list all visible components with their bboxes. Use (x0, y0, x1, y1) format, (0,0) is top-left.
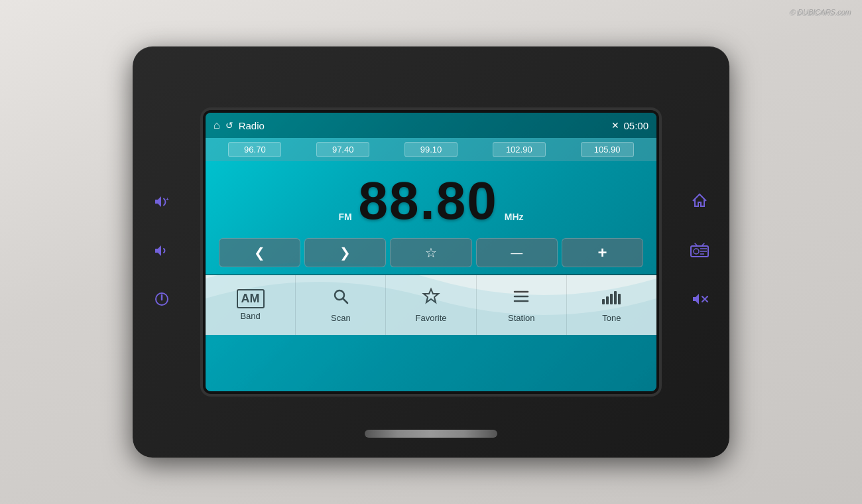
controls-row: ❮ ❯ ☆ — + (206, 234, 656, 274)
preset-2[interactable]: 97.40 (316, 142, 369, 157)
favorite-toggle-button[interactable]: ☆ (390, 238, 471, 267)
favorite-icon (421, 287, 441, 310)
preset-4[interactable]: 102.90 (493, 142, 546, 157)
unit-bottom-vent (365, 430, 497, 438)
svg-point-3 (694, 249, 699, 254)
home-button-right[interactable] (690, 192, 709, 214)
nav-item-tone[interactable]: Tone (567, 275, 656, 335)
back-icon[interactable]: ↺ (225, 120, 233, 131)
preset-3[interactable]: 99.10 (404, 142, 458, 157)
scan-icon (332, 287, 350, 310)
frequency-display: FM 88.80 MHz (206, 161, 656, 234)
power-button[interactable] (153, 290, 170, 312)
band-label-nav: Band (240, 311, 260, 321)
bottom-nav: AM Band Scan (206, 275, 656, 335)
side-buttons-right (690, 192, 709, 312)
preset-1[interactable]: 96.70 (228, 142, 281, 157)
tone-icon (601, 287, 622, 310)
nav-item-favorite[interactable]: Favorite (386, 275, 476, 335)
dubicars-watermark: © DUBICARS.com (789, 9, 850, 17)
band-icon: AM (237, 289, 265, 308)
svg-text:+: + (166, 196, 169, 202)
unit-label: MHz (505, 212, 524, 227)
screen-header: ⌂ ↺ Radio ✕ 05:00 (206, 113, 656, 138)
svg-rect-15 (602, 299, 605, 304)
prev-button[interactable]: ❮ (219, 238, 300, 267)
svg-line-10 (343, 298, 347, 303)
preset-5[interactable]: 105.90 (581, 142, 634, 157)
frequency-value: 88.80 (359, 174, 498, 227)
station-label: Station (508, 313, 534, 323)
volume-up-button[interactable]: + (153, 192, 171, 215)
band-label: FM (338, 212, 351, 227)
nav-item-station[interactable]: Station (477, 275, 567, 335)
close-icon[interactable]: ✕ (611, 120, 619, 131)
svg-rect-19 (618, 294, 621, 304)
radio-button-right[interactable] (690, 241, 709, 263)
home-icon[interactable]: ⌂ (214, 119, 220, 131)
svg-rect-18 (614, 291, 617, 304)
car-unit: + (133, 46, 729, 458)
tone-label: Tone (602, 313, 621, 323)
mute-button[interactable] (690, 290, 709, 312)
clock-display: 05:00 (623, 120, 648, 131)
nav-item-scan[interactable]: Scan (296, 275, 386, 335)
volume-down-button[interactable] (153, 241, 171, 264)
screen-title: Radio (239, 120, 265, 131)
svg-rect-17 (610, 294, 613, 304)
minus-button[interactable]: — (476, 238, 558, 267)
presets-bar: 96.70 97.40 99.10 102.90 105.90 (206, 138, 656, 161)
favorite-label: Favorite (416, 313, 447, 323)
station-icon (512, 287, 530, 310)
radio-screen: ⌂ ↺ Radio ✕ 05:00 96.70 97.40 99.10 102.… (206, 113, 656, 391)
svg-rect-16 (606, 296, 609, 304)
next-button[interactable]: ❯ (304, 238, 386, 267)
side-buttons-left: + (153, 192, 171, 312)
nav-item-band[interactable]: AM Band (206, 275, 296, 335)
scan-label: Scan (331, 313, 351, 323)
svg-marker-11 (424, 289, 438, 302)
plus-button[interactable]: + (562, 238, 643, 267)
